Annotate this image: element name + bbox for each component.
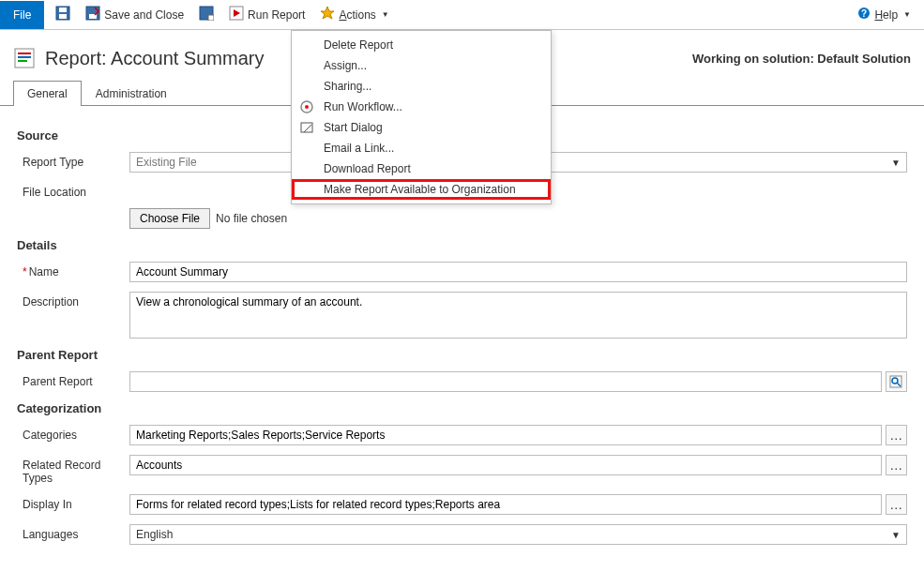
label-display-in: Display In <box>17 494 129 511</box>
run-report-button[interactable]: Run Report <box>223 2 311 27</box>
menu-download-report[interactable]: Download Report <box>292 158 551 179</box>
description-input[interactable]: View a chronological summary of an accou… <box>129 292 907 339</box>
page-title: Report: Account Summary <box>45 48 264 69</box>
svg-marker-8 <box>321 7 334 19</box>
svg-rect-15 <box>18 53 31 54</box>
parent-report-input[interactable] <box>129 371 882 392</box>
display-in-input[interactable] <box>129 494 882 515</box>
section-categorization: Categorization <box>17 401 907 415</box>
display-in-picker[interactable]: … <box>886 494 907 515</box>
menu-assign[interactable]: Assign... <box>292 55 551 76</box>
tab-administration[interactable]: Administration <box>82 81 181 106</box>
save-close-label: Save and Close <box>104 8 184 22</box>
label-report-type: Report Type <box>17 152 129 169</box>
svg-text:?: ? <box>861 8 867 19</box>
label-description: Description <box>17 292 129 309</box>
save-new-button[interactable] <box>193 2 220 27</box>
dropdown-icon: ▼ <box>903 10 911 19</box>
run-report-label: Run Report <box>248 8 305 22</box>
label-categories: Categories <box>17 425 129 442</box>
choose-file-button[interactable]: Choose File <box>129 208 210 229</box>
menu-email-link[interactable]: Email a Link... <box>292 138 551 158</box>
save-close-icon <box>85 6 100 23</box>
menu-start-dialog[interactable]: Start Dialog <box>292 117 551 138</box>
no-file-text: No file chosen <box>216 212 287 225</box>
tab-general[interactable]: General <box>13 81 82 106</box>
dialog-icon <box>299 120 314 135</box>
label-related-types: Related Record Types <box>17 455 129 485</box>
svg-rect-1 <box>59 14 67 19</box>
actions-label: Actions <box>339 8 375 22</box>
solution-label: Working on solution: Default Solution <box>692 52 911 66</box>
workflow-icon <box>299 99 314 114</box>
label-file-location: File Location <box>17 182 129 199</box>
toolbar: File Save and Close Run Report <box>0 0 924 30</box>
languages-select[interactable]: English ▼ <box>129 524 907 545</box>
svg-point-12 <box>305 105 309 109</box>
section-parent-report: Parent Report <box>17 348 907 362</box>
categories-picker[interactable]: … <box>886 425 907 445</box>
help-icon: ? <box>857 7 871 23</box>
menu-sharing[interactable]: Sharing... <box>292 76 551 97</box>
help-button[interactable]: ? Help ▼ <box>852 3 916 26</box>
file-button[interactable]: File <box>0 1 44 29</box>
help-label: Help <box>874 8 898 22</box>
report-icon <box>13 47 36 69</box>
svg-rect-6 <box>208 15 214 21</box>
save-close-button[interactable]: Save and Close <box>80 2 189 27</box>
categories-input[interactable] <box>129 425 882 445</box>
label-parent-report: Parent Report <box>17 371 129 388</box>
actions-button[interactable]: Actions ▼ <box>314 2 394 27</box>
label-name: *Name <box>17 262 129 278</box>
menu-delete-report[interactable]: Delete Report <box>292 35 551 55</box>
menu-run-workflow[interactable]: Run Workflow... <box>292 97 551 117</box>
run-report-icon <box>229 6 244 23</box>
actions-menu: Delete Report Assign... Sharing... Run W… <box>291 30 552 204</box>
svg-rect-16 <box>18 56 31 58</box>
svg-rect-17 <box>18 60 27 62</box>
svg-rect-13 <box>301 123 312 132</box>
related-types-picker[interactable]: … <box>886 455 907 475</box>
related-types-input[interactable] <box>129 455 882 475</box>
lookup-icon <box>889 375 902 388</box>
actions-icon <box>320 6 335 23</box>
save-icon <box>55 6 70 23</box>
svg-rect-2 <box>59 8 67 12</box>
dropdown-icon: ▼ <box>382 10 389 19</box>
chevron-down-icon: ▼ <box>891 158 901 168</box>
section-details: Details <box>17 238 907 252</box>
name-input[interactable] <box>129 262 907 282</box>
save-new-icon <box>199 6 214 23</box>
save-button[interactable] <box>50 2 76 27</box>
menu-make-available[interactable]: Make Report Available to Organization <box>292 179 551 200</box>
label-languages: Languages <box>17 524 129 541</box>
lookup-button[interactable] <box>886 371 907 392</box>
chevron-down-icon: ▼ <box>891 530 901 540</box>
